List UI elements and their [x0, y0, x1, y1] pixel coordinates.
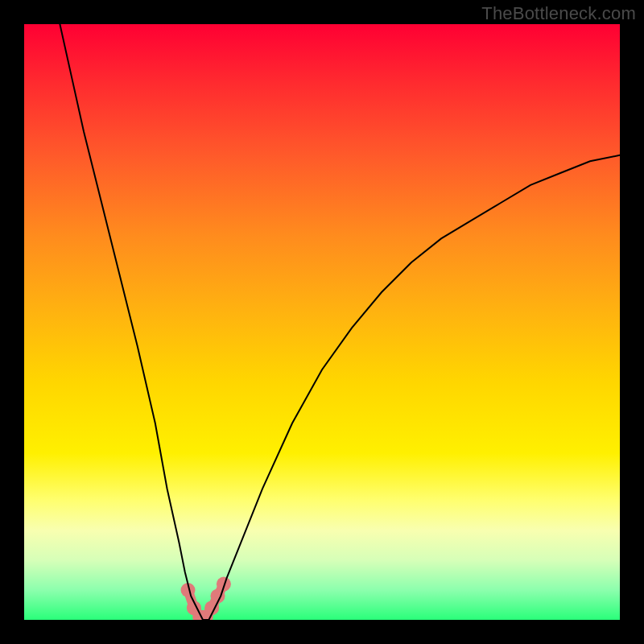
- watermark-text: TheBottleneck.com: [481, 3, 636, 24]
- highlight-dot: [192, 609, 207, 620]
- highlight-dot: [204, 601, 219, 615]
- highlight-dot: [211, 588, 225, 603]
- highlight-line: [188, 584, 224, 617]
- chart-frame: TheBottleneck.com: [0, 0, 644, 644]
- highlight-dot: [181, 583, 196, 597]
- highlight-dot: [217, 577, 231, 592]
- highlight-dot: [199, 609, 213, 620]
- highlight-dot: [187, 601, 201, 615]
- bottleneck-curve: [60, 24, 620, 620]
- highlight-segment: [181, 577, 231, 620]
- chart-svg: [24, 24, 620, 620]
- plot-area: [24, 24, 620, 620]
